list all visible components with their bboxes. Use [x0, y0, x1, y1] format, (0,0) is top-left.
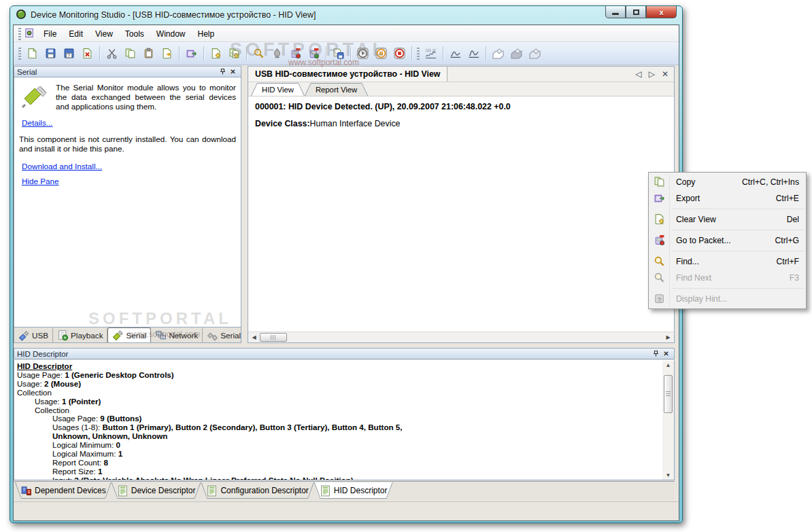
- context-menu-item-find[interactable]: Find...Ctrl+F: [649, 253, 806, 270]
- toolbar-separator: [486, 46, 486, 61]
- restore-button[interactable]: [626, 6, 646, 18]
- not-installed-text: This component is not currently installe…: [19, 135, 236, 154]
- raw-view-icon[interactable]: [465, 45, 482, 62]
- hid-view-content[interactable]: 000001: HID Device Detected. (UP), 20.09…: [248, 96, 674, 332]
- hid-descriptor-line: Input: 2 (Data Variable Absolute No Wrap…: [17, 476, 660, 480]
- next-document-icon[interactable]: ▷: [649, 69, 655, 79]
- descriptor-tab-hid-descriptor[interactable]: HID Descriptor: [314, 482, 393, 499]
- cut-icon[interactable]: [103, 45, 120, 62]
- menu-window[interactable]: Window: [150, 27, 192, 41]
- start-monitoring-icon[interactable]: [354, 45, 371, 62]
- serial-pane-title: Serial: [17, 68, 37, 76]
- view-tab-report-view[interactable]: Report View: [305, 83, 368, 96]
- module-tab-network[interactable]: Network: [151, 328, 203, 342]
- new-view-icon[interactable]: [226, 45, 243, 62]
- data-view-icon[interactable]: 12312: [422, 45, 439, 62]
- details-link[interactable]: Details...: [22, 118, 52, 128]
- child-window-icon[interactable]: [24, 28, 35, 40]
- copy-icon[interactable]: [122, 45, 139, 62]
- module-tab-strip: USBPlaybackSerialNetworkSerial Bridge: [14, 327, 241, 343]
- svg-text:?: ?: [658, 296, 662, 303]
- document-tab[interactable]: USB HID-совместимое устройство - HID Vie…: [248, 67, 447, 82]
- find-icon[interactable]: [250, 45, 267, 62]
- close-button[interactable]: x: [646, 6, 677, 18]
- packet-light-icon[interactable]: [526, 45, 543, 62]
- titlebar[interactable]: Device Monitoring Studio - [USB HID-совм…: [10, 6, 682, 24]
- minimize-button[interactable]: [605, 6, 626, 18]
- vertical-scroll-thumb[interactable]: [664, 375, 673, 413]
- packet-hatched-icon[interactable]: [490, 45, 507, 62]
- structure-view-icon[interactable]: [447, 45, 464, 62]
- pause-monitoring-icon[interactable]: [373, 45, 390, 62]
- menu-help[interactable]: Help: [192, 27, 221, 41]
- vertical-splitter[interactable]: [241, 66, 248, 343]
- display-hint-icon: ?: [654, 293, 665, 306]
- hid-descriptor-line: Collection: [17, 389, 660, 397]
- context-menu: CopyCtrl+C, Ctrl+InsExportCtrl+EClear Vi…: [648, 172, 807, 309]
- close-pane-icon[interactable]: ✕: [228, 67, 238, 77]
- context-menu-item-go-to-packet[interactable]: Go to Packet...Ctrl+G: [649, 232, 806, 249]
- goto-packet-icon[interactable]: [287, 45, 304, 62]
- menu-bar: FileEditViewToolsWindowHelp: [14, 26, 679, 42]
- paste-view-icon[interactable]: [140, 45, 157, 62]
- close-document-icon[interactable]: [79, 45, 96, 62]
- pin-icon[interactable]: [651, 349, 661, 359]
- new-document-icon[interactable]: [24, 45, 41, 62]
- goto-packet-green-icon[interactable]: [305, 45, 322, 62]
- descriptor-tab-device-descriptor[interactable]: Device Descriptor: [112, 482, 201, 499]
- paste-icon[interactable]: [158, 45, 175, 62]
- hid-descriptor-title: HID Descriptor: [17, 350, 68, 358]
- hid-descriptor-pane: HID Descriptor ✕ HID DescriptorUsage Pag…: [14, 348, 675, 480]
- context-menu-separator: [671, 209, 805, 209]
- hid-descriptor-body[interactable]: HID DescriptorUsage Page: 1 (Generic Des…: [14, 360, 675, 480]
- prev-document-icon[interactable]: ◁: [635, 69, 641, 79]
- svg-text:12: 12: [433, 49, 437, 52]
- scroll-down-icon[interactable]: ▼: [662, 472, 674, 478]
- horizontal-scroll-thumb[interactable]: [260, 333, 287, 342]
- module-tab-serial[interactable]: Serial: [107, 327, 151, 342]
- menu-edit[interactable]: Edit: [63, 27, 89, 41]
- stop-monitoring-icon[interactable]: [391, 45, 408, 62]
- hide-pane-link[interactable]: Hide Pane: [22, 177, 59, 186]
- scroll-right-icon[interactable]: ▶: [662, 334, 674, 340]
- descriptor-tab-configuration-descriptor[interactable]: Configuration Descriptor: [201, 482, 314, 499]
- clear-view-icon[interactable]: [207, 45, 224, 62]
- save-icon[interactable]: [42, 45, 59, 62]
- toolbar-drag-handle[interactable]: [417, 48, 420, 60]
- scroll-left-icon[interactable]: ◀: [248, 334, 260, 340]
- scroll-up-icon[interactable]: ▲: [662, 362, 674, 368]
- view-tab-hid-view[interactable]: HID View: [251, 83, 305, 96]
- status-bar: [14, 501, 679, 520]
- pin-icon[interactable]: [218, 67, 228, 77]
- download-install-link[interactable]: Download and Install...: [22, 162, 102, 171]
- module-tab-usb[interactable]: USB: [14, 328, 53, 342]
- svg-text:?: ?: [67, 53, 70, 58]
- export-icon: [654, 192, 665, 206]
- export-icon[interactable]: [183, 45, 200, 62]
- module-tab-playback[interactable]: Playback: [53, 328, 107, 342]
- menubar-drag-handle[interactable]: [18, 28, 21, 40]
- context-menu-item-copy[interactable]: CopyCtrl+C, Ctrl+Ins: [649, 174, 806, 190]
- menu-view[interactable]: View: [89, 27, 119, 41]
- hid-descriptor-line: Usage: 2 (Mouse): [17, 380, 660, 389]
- save-with-question-icon[interactable]: ?: [61, 45, 78, 62]
- find-next-icon: [654, 272, 665, 285]
- menu-items: FileEditViewToolsWindowHelp: [37, 29, 220, 39]
- menu-tools[interactable]: Tools: [119, 27, 150, 41]
- app-window: Device Monitoring Studio - [USB HID-совм…: [10, 5, 683, 523]
- context-menu-item-export[interactable]: ExportCtrl+E: [649, 190, 806, 207]
- descriptor-tab-dependent-devices[interactable]: Dependent Devices: [15, 482, 112, 499]
- toolbar-separator: [411, 46, 412, 61]
- horizontal-scrollbar[interactable]: ◀ ▶: [248, 332, 674, 342]
- close-pane-icon[interactable]: ✕: [661, 349, 671, 359]
- context-menu-item-clear-view[interactable]: Clear ViewDel: [649, 211, 806, 228]
- vertical-scrollbar[interactable]: ▲ ▼: [662, 361, 674, 480]
- close-document-icon[interactable]: ✕: [662, 69, 669, 79]
- packet-dark-icon[interactable]: [508, 45, 525, 62]
- toolbar-separator: [246, 46, 247, 61]
- filter-icon[interactable]: [269, 45, 286, 62]
- menu-file[interactable]: File: [37, 27, 63, 41]
- clear-view-icon: [654, 213, 665, 227]
- toolbar-drag-handle[interactable]: [18, 48, 21, 60]
- save-capture-icon[interactable]: [330, 45, 347, 62]
